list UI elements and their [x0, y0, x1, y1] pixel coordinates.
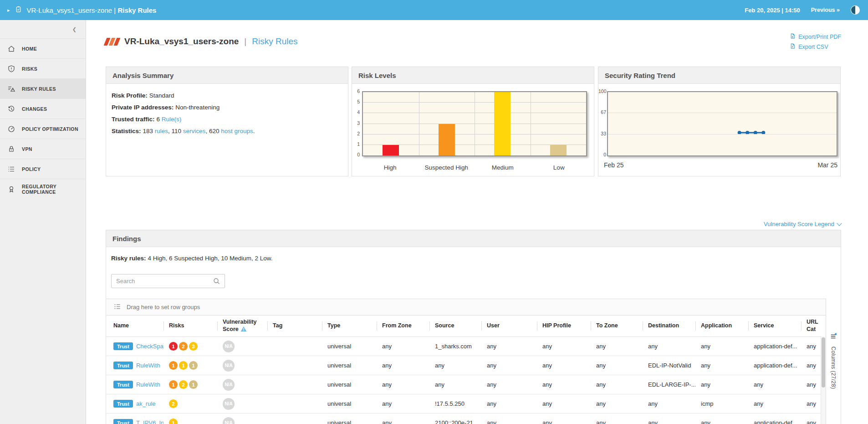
risk-chip-tan[interactable]: 1: [189, 361, 198, 370]
cell-hip_profile: any: [537, 419, 591, 424]
risk-category-label: High: [362, 164, 419, 171]
row-group-dropzone[interactable]: Drag here to set row groups: [106, 299, 826, 315]
risk-chip-orange[interactable]: 1: [169, 380, 178, 389]
vulnerability-score-badge: N/A: [223, 341, 235, 352]
table-row[interactable]: TrustRuleWith121N/Auniversalanyanyanyany…: [106, 375, 826, 394]
clipboard-icon: [15, 5, 22, 15]
home-icon: [7, 45, 15, 53]
risk-chip-orange[interactable]: 2: [179, 342, 188, 351]
rule-name-link[interactable]: T_IPV6_In: [136, 419, 163, 424]
cell-vuln_score: N/A: [217, 360, 267, 372]
gauge-icon: [7, 125, 15, 133]
column-header-hip_profile[interactable]: HIP Profile: [537, 322, 591, 330]
cell-type: universal: [322, 381, 377, 388]
summary-line: Risk Profile:Standard: [112, 92, 342, 99]
scrollbar-thumb[interactable]: [822, 337, 825, 388]
sidebar-item-policy[interactable]: POLICY: [0, 159, 86, 179]
risk-chip-orange[interactable]: 1: [169, 361, 178, 370]
risk-chip-tan[interactable]: 1: [189, 380, 198, 389]
table-row[interactable]: TrustRuleWith111N/Auniversalanyanyanyany…: [106, 356, 826, 375]
column-header-name[interactable]: Name: [106, 322, 163, 330]
column-header-risks[interactable]: Risks: [163, 322, 217, 330]
risk-levels-panel: Risk Levels HighSuspected HighMediumLow …: [352, 67, 594, 176]
table-row[interactable]: TrustT_IPV6_In1N/Auniversalany2100::200e…: [106, 414, 826, 424]
column-header-source[interactable]: Source: [429, 322, 481, 330]
risk-chip-yellow[interactable]: 1: [179, 361, 188, 370]
security-rating-trend-panel: Security Rating Trend Feb 25 Mar 25 0336…: [598, 67, 841, 176]
sidebar-item-regulatory-compliance[interactable]: REGULATORY COMPLIANCE: [0, 179, 86, 199]
column-header-service[interactable]: Service: [748, 322, 801, 330]
trend-line-series: [608, 92, 837, 155]
trend-xlabel-end: Mar 25: [817, 161, 837, 169]
risk-bar-high[interactable]: [383, 145, 399, 155]
risk-bar-suspected-high[interactable]: [439, 124, 455, 156]
column-header-application[interactable]: Application: [695, 322, 748, 330]
sidebar-item-vpn[interactable]: VPN: [0, 139, 86, 159]
column-header-tag[interactable]: Tag: [267, 322, 322, 330]
sidebar-collapse-button[interactable]: ❮: [0, 20, 86, 38]
risk-levels-ytick: 1: [352, 142, 360, 147]
trend-ytick: 67: [598, 110, 606, 115]
trust-badge: Trust: [113, 362, 133, 369]
cell-type: universal: [322, 362, 377, 369]
export-csv-link[interactable]: Export CSV: [790, 43, 828, 51]
rule-name-link[interactable]: ak_rule: [136, 400, 156, 407]
column-header-url_cat[interactable]: URL Cat: [801, 319, 826, 333]
cell-application: any: [695, 362, 748, 369]
expand-caret-icon[interactable]: ▸: [7, 7, 10, 13]
cell-destination: EDL-IP-NotValid: [643, 362, 695, 369]
sidebar-item-policy-optimization[interactable]: POLICY OPTIMIZATION: [0, 119, 86, 139]
summary-link[interactable]: rules: [155, 128, 168, 134]
previous-button[interactable]: Previous »: [811, 7, 840, 13]
risk-levels-ytick: 6: [352, 89, 360, 94]
sidebar-item-label: RISKY RULES: [22, 86, 56, 92]
column-header-destination[interactable]: Destination: [643, 322, 695, 330]
sidebar-item-home[interactable]: HOME: [0, 38, 86, 58]
cell-to_zone: any: [591, 362, 643, 369]
table-row[interactable]: TrustCheckSpa123N/Auniversalany1_sharks.…: [106, 337, 826, 356]
vulnerability-score-badge: N/A: [223, 379, 235, 391]
risk-bar-low[interactable]: [550, 145, 567, 155]
vulnerability-score-legend-link[interactable]: Vulnerability Score Legend: [764, 221, 841, 228]
column-header-vuln_score[interactable]: Vulnerability Score: [217, 319, 267, 333]
cell-risks: 111: [163, 361, 217, 370]
risk-chip-yellow[interactable]: 3: [189, 342, 198, 351]
export-pdf-link[interactable]: Export/Print PDF: [790, 33, 841, 41]
cell-application: any: [695, 343, 748, 350]
risk-category-label: Suspected High: [419, 164, 475, 171]
sidebar-item-changes[interactable]: CHANGES: [0, 98, 86, 119]
cell-from_zone: any: [377, 419, 429, 424]
contrast-toggle-icon[interactable]: [851, 5, 860, 15]
search-input[interactable]: [112, 274, 225, 288]
trust-badge: Trust: [113, 342, 133, 350]
rule-name-link[interactable]: CheckSpa: [136, 343, 163, 350]
risk-chip-yellow[interactable]: 2: [179, 380, 188, 389]
summary-link[interactable]: services: [183, 128, 206, 134]
sidebar-item-label: REGULATORY COMPLIANCE: [22, 184, 86, 195]
risk-chip-red[interactable]: 1: [169, 342, 178, 351]
summary-link[interactable]: host groups: [221, 128, 253, 134]
history-icon: [7, 105, 15, 113]
search-box: [111, 274, 225, 288]
risk-chip-yellow[interactable]: 2: [169, 399, 178, 408]
cell-destination: any: [643, 343, 695, 350]
cell-service: application-def...: [748, 362, 801, 369]
risk-bar-medium[interactable]: [494, 92, 511, 155]
csv-file-icon: [790, 43, 796, 51]
rule-name-link[interactable]: RuleWith: [136, 381, 160, 388]
trend-xlabel-start: Feb 25: [604, 161, 624, 169]
sidebar-item-risks[interactable]: RISKS: [0, 58, 86, 78]
rule-name-link[interactable]: RuleWith: [136, 362, 160, 369]
sidebar-item-risky-rules[interactable]: RISKY RULES: [0, 78, 86, 98]
columns-panel-tab[interactable]: Columns (27/28): [826, 299, 841, 424]
cell-risks: 123: [163, 342, 217, 351]
risk-levels-categories: HighSuspected HighMediumLow: [362, 164, 587, 171]
risk-chip-yellow[interactable]: 1: [169, 419, 178, 424]
cell-from_zone: any: [377, 381, 429, 388]
column-header-type[interactable]: Type: [322, 322, 377, 330]
table-row[interactable]: Trustak_rule2N/Auniversalany!17.5.5.250a…: [106, 394, 826, 414]
column-header-from_zone[interactable]: From Zone: [377, 322, 429, 330]
summary-link[interactable]: Rule(s): [162, 116, 182, 123]
column-header-to_zone[interactable]: To Zone: [591, 322, 643, 330]
column-header-user[interactable]: User: [481, 322, 537, 330]
